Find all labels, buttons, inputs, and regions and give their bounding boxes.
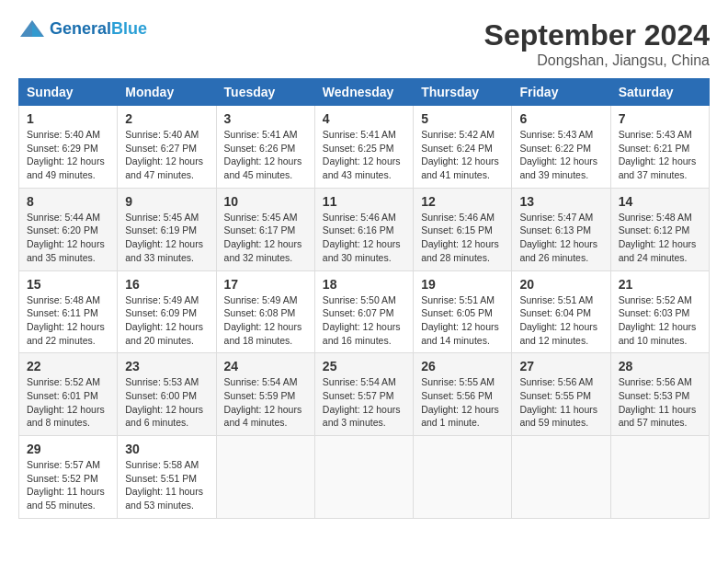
table-row: 17Sunrise: 5:49 AM Sunset: 6:08 PM Dayli… [216,270,314,353]
table-row: 30Sunrise: 5:58 AM Sunset: 5:51 PM Dayli… [118,436,216,519]
table-row: 8Sunrise: 5:44 AM Sunset: 6:20 PM Daylig… [19,188,118,270]
table-row: 9Sunrise: 5:45 AM Sunset: 6:19 PM Daylig… [118,188,216,270]
table-row: 10Sunrise: 5:45 AM Sunset: 6:17 PM Dayli… [216,188,314,270]
day-info: Sunrise: 5:54 AM Sunset: 5:57 PM Dayligh… [323,375,405,430]
day-info: Sunrise: 5:49 AM Sunset: 6:08 PM Dayligh… [224,293,307,348]
day-info: Sunrise: 5:51 AM Sunset: 6:04 PM Dayligh… [519,293,602,348]
day-info: Sunrise: 5:56 AM Sunset: 5:53 PM Dayligh… [619,375,701,430]
month-title: September 2024 [484,18,710,52]
table-row: 20Sunrise: 5:51 AM Sunset: 6:04 PM Dayli… [512,270,610,353]
day-info: Sunrise: 5:40 AM Sunset: 6:27 PM Dayligh… [125,128,208,182]
day-of-week-header: Tuesday [216,79,314,106]
day-info: Sunrise: 5:55 AM Sunset: 5:56 PM Dayligh… [421,375,504,430]
day-number: 22 [27,359,109,373]
day-number: 14 [619,194,701,209]
day-info: Sunrise: 5:40 AM Sunset: 6:29 PM Dayligh… [27,128,109,182]
table-row: 22Sunrise: 5:52 AM Sunset: 6:01 PM Dayli… [19,353,118,436]
day-number: 20 [519,277,602,292]
day-info: Sunrise: 5:52 AM Sunset: 6:01 PM Dayligh… [27,375,109,430]
calendar-week-row: 29Sunrise: 5:57 AM Sunset: 5:52 PM Dayli… [19,436,710,519]
day-info: Sunrise: 5:57 AM Sunset: 5:52 PM Dayligh… [27,458,109,512]
calendar-week-row: 1Sunrise: 5:40 AM Sunset: 6:29 PM Daylig… [19,106,710,189]
day-info: Sunrise: 5:43 AM Sunset: 6:22 PM Dayligh… [519,128,602,182]
table-row: 1Sunrise: 5:40 AM Sunset: 6:29 PM Daylig… [19,106,118,189]
day-info: Sunrise: 5:56 AM Sunset: 5:55 PM Dayligh… [519,375,602,430]
day-info: Sunrise: 5:45 AM Sunset: 6:19 PM Dayligh… [125,211,208,265]
table-row: 11Sunrise: 5:46 AM Sunset: 6:16 PM Dayli… [314,188,413,270]
table-row: 25Sunrise: 5:54 AM Sunset: 5:57 PM Dayli… [314,353,413,436]
logo-icon [18,18,46,40]
table-row: 28Sunrise: 5:56 AM Sunset: 5:53 PM Dayli… [610,353,709,436]
table-row: 2Sunrise: 5:40 AM Sunset: 6:27 PM Daylig… [118,106,216,189]
table-row: 15Sunrise: 5:48 AM Sunset: 6:11 PM Dayli… [19,270,118,353]
day-number: 18 [323,277,405,292]
day-number: 7 [619,111,701,126]
day-number: 2 [125,111,208,126]
day-number: 15 [27,277,109,292]
day-number: 19 [421,277,504,292]
day-of-week-header: Saturday [610,79,709,106]
day-number: 23 [125,359,208,373]
table-row: 4Sunrise: 5:41 AM Sunset: 6:25 PM Daylig… [314,106,413,189]
day-of-week-header: Monday [118,79,216,106]
day-number: 26 [421,359,504,373]
table-row [314,436,413,519]
day-number: 30 [125,442,208,456]
day-number: 5 [421,111,504,126]
table-row: 16Sunrise: 5:49 AM Sunset: 6:09 PM Dayli… [118,270,216,353]
day-of-week-header: Wednesday [314,79,413,106]
table-row [414,436,512,519]
day-number: 24 [224,359,307,373]
day-info: Sunrise: 5:52 AM Sunset: 6:03 PM Dayligh… [619,293,701,348]
day-number: 12 [421,194,504,209]
page-header: GeneralBlue September 2024 Dongshan, Jia… [18,18,710,69]
day-of-week-header: Thursday [414,79,512,106]
day-info: Sunrise: 5:54 AM Sunset: 5:59 PM Dayligh… [224,375,307,430]
day-info: Sunrise: 5:48 AM Sunset: 6:12 PM Dayligh… [619,211,701,265]
day-number: 10 [224,194,307,209]
table-row: 18Sunrise: 5:50 AM Sunset: 6:07 PM Dayli… [314,270,413,353]
day-info: Sunrise: 5:46 AM Sunset: 6:15 PM Dayligh… [421,211,504,265]
day-number: 3 [224,111,307,126]
calendar-header-row: SundayMondayTuesdayWednesdayThursdayFrid… [19,79,710,106]
table-row: 6Sunrise: 5:43 AM Sunset: 6:22 PM Daylig… [512,106,610,189]
day-of-week-header: Sunday [19,79,118,106]
day-info: Sunrise: 5:58 AM Sunset: 5:51 PM Dayligh… [125,458,208,512]
day-info: Sunrise: 5:48 AM Sunset: 6:11 PM Dayligh… [27,293,109,348]
day-info: Sunrise: 5:49 AM Sunset: 6:09 PM Dayligh… [125,293,208,348]
day-info: Sunrise: 5:43 AM Sunset: 6:21 PM Dayligh… [619,128,701,182]
table-row [216,436,314,519]
day-info: Sunrise: 5:44 AM Sunset: 6:20 PM Dayligh… [27,211,109,265]
table-row: 5Sunrise: 5:42 AM Sunset: 6:24 PM Daylig… [414,106,512,189]
day-info: Sunrise: 5:51 AM Sunset: 6:05 PM Dayligh… [421,293,504,348]
day-info: Sunrise: 5:45 AM Sunset: 6:17 PM Dayligh… [224,211,307,265]
day-info: Sunrise: 5:41 AM Sunset: 6:26 PM Dayligh… [224,128,307,182]
day-number: 6 [519,111,602,126]
day-info: Sunrise: 5:41 AM Sunset: 6:25 PM Dayligh… [323,128,405,182]
day-of-week-header: Friday [512,79,610,106]
day-number: 9 [125,194,208,209]
day-number: 29 [27,442,109,456]
calendar-week-row: 8Sunrise: 5:44 AM Sunset: 6:20 PM Daylig… [19,188,710,270]
title-block: September 2024 Dongshan, Jiangsu, China [484,18,710,69]
table-row: 26Sunrise: 5:55 AM Sunset: 5:56 PM Dayli… [414,353,512,436]
table-row: 12Sunrise: 5:46 AM Sunset: 6:15 PM Dayli… [414,188,512,270]
table-row: 14Sunrise: 5:48 AM Sunset: 6:12 PM Dayli… [610,188,709,270]
table-row: 21Sunrise: 5:52 AM Sunset: 6:03 PM Dayli… [610,270,709,353]
day-number: 16 [125,277,208,292]
day-number: 8 [27,194,109,209]
day-info: Sunrise: 5:47 AM Sunset: 6:13 PM Dayligh… [519,211,602,265]
table-row: 23Sunrise: 5:53 AM Sunset: 6:00 PM Dayli… [118,353,216,436]
table-row: 29Sunrise: 5:57 AM Sunset: 5:52 PM Dayli… [19,436,118,519]
day-info: Sunrise: 5:50 AM Sunset: 6:07 PM Dayligh… [323,293,405,348]
logo-text: GeneralBlue [50,20,147,39]
day-info: Sunrise: 5:53 AM Sunset: 6:00 PM Dayligh… [125,375,208,430]
location: Dongshan, Jiangsu, China [484,52,710,69]
table-row: 19Sunrise: 5:51 AM Sunset: 6:05 PM Dayli… [414,270,512,353]
day-info: Sunrise: 5:42 AM Sunset: 6:24 PM Dayligh… [421,128,504,182]
day-number: 17 [224,277,307,292]
logo: GeneralBlue [18,18,147,40]
table-row: 3Sunrise: 5:41 AM Sunset: 6:26 PM Daylig… [216,106,314,189]
table-row: 24Sunrise: 5:54 AM Sunset: 5:59 PM Dayli… [216,353,314,436]
day-number: 28 [619,359,701,373]
